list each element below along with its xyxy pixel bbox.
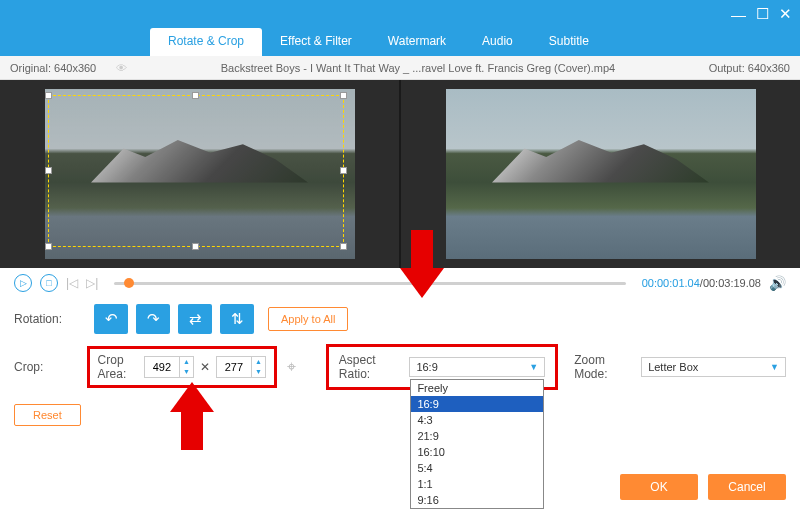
crop-handle-tl[interactable] xyxy=(45,92,52,99)
crop-selection[interactable] xyxy=(48,95,344,247)
chevron-down-icon: ▼ xyxy=(770,362,779,372)
tab-effect-filter[interactable]: Effect & Filter xyxy=(262,28,370,56)
seek-track[interactable] xyxy=(114,282,625,285)
crop-height-down[interactable]: ▼ xyxy=(252,367,265,377)
footer: OK Cancel xyxy=(620,474,786,500)
crop-width-input[interactable] xyxy=(145,361,179,373)
annotation-arrow-up xyxy=(170,380,214,450)
annotation-arrow-down xyxy=(400,230,444,300)
crop-handle-tr[interactable] xyxy=(340,92,347,99)
crop-width-field[interactable]: ▲▼ xyxy=(144,356,194,378)
flip-horizontal-button[interactable]: ⇄ xyxy=(178,304,212,334)
tab-bar: Rotate & Crop Effect & Filter Watermark … xyxy=(0,28,800,56)
apply-to-all-button[interactable]: Apply to All xyxy=(268,307,348,331)
preview-toggle-icon[interactable]: 👁 xyxy=(116,62,127,74)
crop-height-input[interactable] xyxy=(217,361,251,373)
maximize-button[interactable]: ☐ xyxy=(756,5,769,23)
aspect-option-16-10[interactable]: 16:10 xyxy=(411,444,543,460)
crop-handle-br[interactable] xyxy=(340,243,347,250)
play-button[interactable]: ▷ xyxy=(14,274,32,292)
zoom-mode: Zoom Mode: Letter Box▼ xyxy=(574,353,786,381)
output-size: Output: 640x360 xyxy=(709,62,790,74)
crop-height-field[interactable]: ▲▼ xyxy=(216,356,266,378)
zoom-mode-label: Zoom Mode: xyxy=(574,353,635,381)
titlebar: — ☐ ✕ xyxy=(0,0,800,28)
rotation-label: Rotation: xyxy=(14,312,94,326)
rotate-right-button[interactable]: ↷ xyxy=(136,304,170,334)
reset-button[interactable]: Reset xyxy=(14,404,81,426)
aspect-ratio-list: Freely 16:9 4:3 21:9 16:10 5:4 1:1 9:16 xyxy=(410,379,544,509)
tab-rotate-crop[interactable]: Rotate & Crop xyxy=(150,28,262,56)
crop-handle-bl[interactable] xyxy=(45,243,52,250)
aspect-option-4-3[interactable]: 4:3 xyxy=(411,412,543,428)
info-bar: Original: 640x360 👁 Backstreet Boys - I … xyxy=(0,56,800,80)
tab-subtitle[interactable]: Subtitle xyxy=(531,28,607,56)
crop-label: Crop: xyxy=(14,360,87,374)
rotate-left-button[interactable]: ↶ xyxy=(94,304,128,334)
stop-button[interactable]: □ xyxy=(40,274,58,292)
chevron-down-icon: ▼ xyxy=(529,362,538,372)
time-display: 00:00:01.04/00:03:19.08 xyxy=(642,277,761,289)
tab-watermark[interactable]: Watermark xyxy=(370,28,464,56)
controls: Rotation: ↶ ↷ ⇄ ⇅ Apply to All Crop: Cro… xyxy=(0,298,800,432)
output-image xyxy=(446,89,756,259)
crop-width-up[interactable]: ▲ xyxy=(180,357,193,367)
crop-handle-l[interactable] xyxy=(45,167,52,174)
original-size: Original: 640x360 xyxy=(10,62,96,74)
aspect-ratio-selected[interactable]: 16:9▼ xyxy=(410,358,544,376)
seek-knob[interactable] xyxy=(124,278,134,288)
volume-icon[interactable]: 🔊 xyxy=(769,275,786,291)
aspect-option-16-9[interactable]: 16:9 xyxy=(411,396,543,412)
aspect-ratio-dropdown[interactable]: 16:9▼ Freely 16:9 4:3 21:9 16:10 5:4 1:1… xyxy=(409,357,545,377)
crop-width-down[interactable]: ▼ xyxy=(180,367,193,377)
output-preview xyxy=(401,80,800,268)
center-crop-icon[interactable]: ⌖ xyxy=(287,358,296,376)
filename: Backstreet Boys - I Want It That Way _ .… xyxy=(127,62,708,74)
crop-handle-t[interactable] xyxy=(192,92,199,99)
crop-area-label: Crop Area: xyxy=(98,353,138,381)
aspect-ratio-label: Aspect Ratio: xyxy=(339,353,404,381)
crop-handle-b[interactable] xyxy=(192,243,199,250)
aspect-option-5-4[interactable]: 5:4 xyxy=(411,460,543,476)
cancel-button[interactable]: Cancel xyxy=(708,474,786,500)
aspect-option-21-9[interactable]: 21:9 xyxy=(411,428,543,444)
aspect-option-freely[interactable]: Freely xyxy=(411,380,543,396)
close-button[interactable]: ✕ xyxy=(779,5,792,23)
crop-height-up[interactable]: ▲ xyxy=(252,357,265,367)
original-preview[interactable] xyxy=(0,80,401,268)
next-frame-button[interactable]: ▷| xyxy=(86,276,98,290)
prev-frame-button[interactable]: |◁ xyxy=(66,276,78,290)
zoom-mode-selected[interactable]: Letter Box▼ xyxy=(642,358,785,376)
times-icon: ✕ xyxy=(200,360,210,374)
zoom-mode-dropdown[interactable]: Letter Box▼ xyxy=(641,357,786,377)
aspect-option-1-1[interactable]: 1:1 xyxy=(411,476,543,492)
aspect-option-9-16[interactable]: 9:16 xyxy=(411,492,543,508)
tab-audio[interactable]: Audio xyxy=(464,28,531,56)
minimize-button[interactable]: — xyxy=(731,6,746,23)
flip-vertical-button[interactable]: ⇅ xyxy=(220,304,254,334)
ok-button[interactable]: OK xyxy=(620,474,698,500)
aspect-ratio-highlight: Aspect Ratio: 16:9▼ Freely 16:9 4:3 21:9… xyxy=(326,344,558,390)
crop-handle-r[interactable] xyxy=(340,167,347,174)
